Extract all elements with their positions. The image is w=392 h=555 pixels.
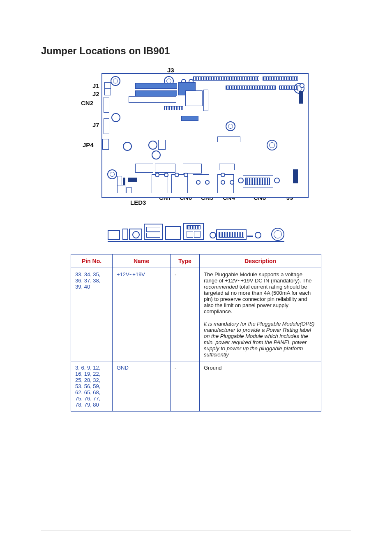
io-power-icon: [108, 230, 120, 240]
header-jp4: [102, 139, 109, 150]
chip-icon: [135, 90, 177, 96]
led3: [126, 187, 132, 193]
desc-text: It is mandatory for the Pluggable Module…: [204, 321, 315, 358]
io-antenna-icon: [271, 228, 284, 241]
mounting-hole-icon: [267, 140, 277, 150]
label-j2: J2: [92, 90, 99, 97]
chip-icon: [164, 106, 183, 110]
pin-dot-icon: [205, 180, 210, 185]
line-icon: [247, 236, 253, 237]
header-j2: [104, 89, 111, 95]
port-slot-icon: [194, 231, 201, 238]
board-outline: [101, 73, 309, 198]
pin-dot-icon: [196, 180, 201, 185]
header-j7: [104, 118, 109, 134]
db-pins-icon: [219, 232, 244, 238]
pin-dot-icon: [300, 83, 304, 88]
module-cn7-area: [135, 164, 153, 173]
hdmi-slot-icon: [187, 225, 201, 229]
pin-dot-icon: [221, 180, 225, 185]
connector-j4: [226, 86, 276, 90]
hole-icon: [152, 150, 161, 160]
table-row: 33, 34, 35, 36, 37, 38, 39, 40 +12V~+19V…: [71, 268, 321, 361]
desc-text: The Pluggable Module supports a voltage …: [204, 271, 311, 284]
connector-cn1: [185, 90, 203, 106]
col-header-name: Name: [113, 254, 171, 268]
cell-type: -: [171, 361, 200, 412]
battery-bat1: [217, 136, 240, 142]
cell-pin: 3, 6, 9, 12, 16, 19, 22, 25, 28, 32, 53,…: [71, 361, 113, 412]
module-cn6-area: [155, 164, 175, 173]
cell-desc: The Pluggable Module supports a voltage …: [200, 268, 321, 361]
desc-text: Ground: [204, 365, 221, 371]
chip-icon: [123, 178, 125, 185]
page-title: Jumper Locations on IB901: [41, 45, 351, 57]
pin-dot-icon: [155, 173, 159, 177]
chip-icon: [219, 164, 235, 170]
label-cn2: CN2: [81, 99, 93, 106]
connector-j3: [193, 76, 259, 81]
board-diagram: J3 J1 J2 CN2 J7 JP4 J6 CN1 J4 BZ1 BAT1 S…: [81, 69, 311, 209]
pin-dot-icon: [175, 173, 179, 177]
cell-type: -: [171, 268, 200, 361]
connector-j3: [263, 76, 298, 81]
cell-name: GND: [113, 361, 171, 412]
desc-text: recommended: [204, 284, 238, 290]
mounting-hole-icon: [226, 121, 235, 131]
table-header-row: Pin No. Name Type Description: [71, 254, 321, 268]
port-j9: [293, 169, 298, 183]
label-j7: J7: [92, 121, 99, 128]
io-serial-icon: [216, 229, 247, 240]
cell-name: +12V~+19V: [113, 268, 171, 361]
chip-icon: [135, 83, 177, 89]
label-j1: J1: [92, 82, 99, 89]
chip-icon: [129, 96, 176, 103]
cell-pin: 33, 34, 35, 36, 37, 38, 39, 40: [71, 268, 113, 361]
label-j3: J3: [167, 67, 174, 74]
cell-desc: Ground: [200, 361, 321, 412]
screw-icon: [210, 232, 216, 238]
jack-icon: [132, 231, 140, 238]
pin-dot-icon: [184, 173, 188, 177]
switch-sw1: [117, 185, 125, 193]
header-cn2: [104, 97, 109, 113]
io-baseline: [108, 241, 284, 242]
pin-dot-icon: [221, 173, 225, 177]
label-led3: LED3: [130, 199, 146, 206]
mounting-hole-icon: [111, 76, 120, 86]
hole-icon: [111, 113, 120, 122]
document-page: Jumper Locations on IB901 J3 J1 J2 CN2 J…: [0, 0, 392, 555]
io-slim-icon: [122, 229, 128, 240]
usb-slot-icon: [146, 227, 160, 232]
chip-icon: [181, 116, 198, 121]
io-panel-diagram: [108, 221, 284, 242]
mounting-hole-icon: [107, 169, 117, 179]
chip-icon: [203, 90, 208, 111]
port-slot-icon: [187, 231, 193, 238]
screw-icon: [255, 232, 261, 238]
connector-j4: [279, 86, 298, 90]
chip-icon: [299, 91, 303, 104]
buzzer-bz1: [158, 140, 166, 150]
hole-icon: [148, 141, 157, 150]
io-hdmi-stack-icon: [183, 223, 204, 240]
diagram-area: J3 J1 J2 CN2 J7 JP4 J6 CN1 J4 BZ1 BAT1 S…: [41, 69, 351, 412]
hole-icon: [238, 178, 244, 183]
chip-icon: [128, 178, 137, 182]
module-cn5-area: [183, 164, 202, 173]
io-usb-stack-icon: [144, 224, 163, 240]
table-row: 3, 6, 9, 12, 16, 19, 22, 25, 28, 32, 53,…: [71, 361, 321, 412]
usb-slot-icon: [146, 233, 160, 238]
header-j1: [104, 82, 111, 89]
pin-dot-icon: [164, 173, 168, 177]
hole-icon: [274, 178, 280, 183]
label-jp4: JP4: [83, 141, 94, 148]
io-rj45-icon: [165, 226, 181, 240]
chip-icon: [245, 178, 270, 185]
col-header-type: Type: [171, 254, 200, 268]
col-header-pin: Pin No.: [71, 254, 113, 268]
pin-table: Pin No. Name Type Description 33, 34, 35…: [71, 254, 321, 412]
footer-rule: [41, 530, 351, 530]
hole-icon: [123, 142, 132, 151]
pin-dot-icon: [230, 180, 234, 185]
